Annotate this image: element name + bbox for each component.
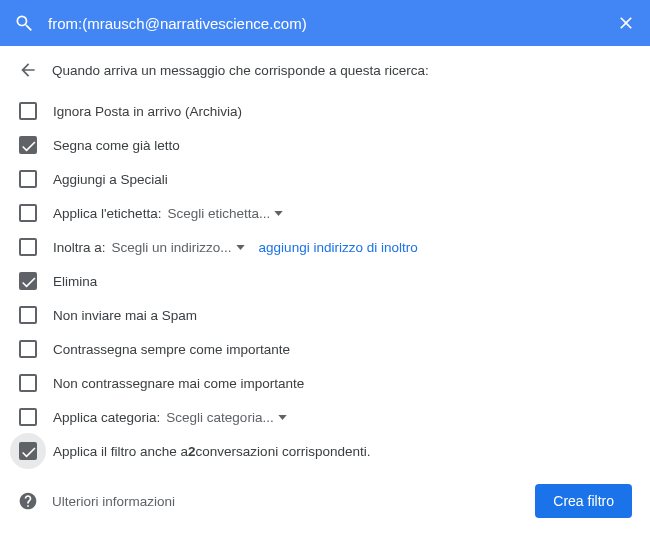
label-apply-label: Applica l'etichetta: Scegli etichetta... [53, 206, 283, 221]
label-category: Applica categoria: Scegli categoria... [53, 410, 287, 425]
help-icon[interactable] [18, 491, 38, 511]
category-dropdown-text: Scegli categoria... [166, 410, 273, 425]
also-apply-prefix: Applica il filtro anche a [53, 444, 188, 459]
also-apply-count: 2 [188, 444, 196, 459]
apply-label-prefix: Applica l'etichetta: [53, 206, 161, 221]
checkbox-also-apply[interactable] [19, 442, 37, 460]
label-never-spam: Non inviare mai a Spam [53, 308, 197, 323]
checkbox-apply-label[interactable] [19, 204, 37, 222]
option-skip-inbox: Ignora Posta in arrivo (Archivia) [18, 94, 632, 128]
label-skip-inbox: Ignora Posta in arrivo (Archivia) [53, 104, 242, 119]
chevron-down-icon [278, 415, 287, 420]
option-delete: Elimina [18, 264, 632, 298]
add-forward-address-link[interactable]: aggiungi indirizzo di inoltro [259, 240, 418, 255]
apply-label-dropdown-text: Scegli etichetta... [167, 206, 270, 221]
option-mark-read: Segna come già letto [18, 128, 632, 162]
search-query[interactable]: from:(mrausch@narrativescience.com) [48, 15, 616, 32]
checkbox-forward[interactable] [19, 238, 37, 256]
label-forward: Inoltra a: Scegli un indirizzo... aggiun… [53, 240, 418, 255]
label-mark-read: Segna come già letto [53, 138, 180, 153]
more-info-link[interactable]: Ulteriori informazioni [52, 494, 535, 509]
forward-dropdown[interactable]: Scegli un indirizzo... [112, 240, 245, 255]
search-icon [14, 13, 34, 33]
chevron-down-icon [236, 245, 245, 250]
option-never-spam: Non inviare mai a Spam [18, 298, 632, 332]
filter-panel: Quando arriva un messaggio che corrispon… [0, 46, 650, 530]
apply-label-dropdown[interactable]: Scegli etichetta... [167, 206, 283, 221]
intro-text: Quando arriva un messaggio che corrispon… [52, 63, 429, 78]
checkbox-mark-read[interactable] [19, 136, 37, 154]
category-prefix: Applica categoria: [53, 410, 160, 425]
label-also-apply: Applica il filtro anche a 2 conversazion… [53, 444, 370, 459]
checkbox-never-spam[interactable] [19, 306, 37, 324]
option-never-important: Non contrassegnare mai come importante [18, 366, 632, 400]
also-apply-suffix: conversazioni corrispondenti. [196, 444, 371, 459]
label-delete: Elimina [53, 274, 97, 289]
option-star: Aggiungi a Speciali [18, 162, 632, 196]
back-arrow-icon[interactable] [18, 60, 38, 80]
category-dropdown[interactable]: Scegli categoria... [166, 410, 286, 425]
search-header: from:(mrausch@narrativescience.com) [0, 0, 650, 46]
create-filter-button[interactable]: Crea filtro [535, 484, 632, 518]
checkbox-skip-inbox[interactable] [19, 102, 37, 120]
chevron-down-icon [274, 211, 283, 216]
option-forward: Inoltra a: Scegli un indirizzo... aggiun… [18, 230, 632, 264]
footer: Ulteriori informazioni Crea filtro [18, 484, 632, 518]
close-icon[interactable] [616, 13, 636, 33]
checkbox-always-important[interactable] [19, 340, 37, 358]
option-also-apply: Applica il filtro anche a 2 conversazion… [18, 434, 632, 468]
checkbox-delete[interactable] [19, 272, 37, 290]
intro-row: Quando arriva un messaggio che corrispon… [18, 60, 632, 80]
forward-prefix: Inoltra a: [53, 240, 106, 255]
checkbox-star[interactable] [19, 170, 37, 188]
option-apply-label: Applica l'etichetta: Scegli etichetta... [18, 196, 632, 230]
label-star: Aggiungi a Speciali [53, 172, 168, 187]
option-category: Applica categoria: Scegli categoria... [18, 400, 632, 434]
checkbox-category[interactable] [19, 408, 37, 426]
option-always-important: Contrassegna sempre come importante [18, 332, 632, 366]
checkbox-never-important[interactable] [19, 374, 37, 392]
forward-dropdown-text: Scegli un indirizzo... [112, 240, 232, 255]
label-never-important: Non contrassegnare mai come importante [53, 376, 304, 391]
label-always-important: Contrassegna sempre come importante [53, 342, 290, 357]
